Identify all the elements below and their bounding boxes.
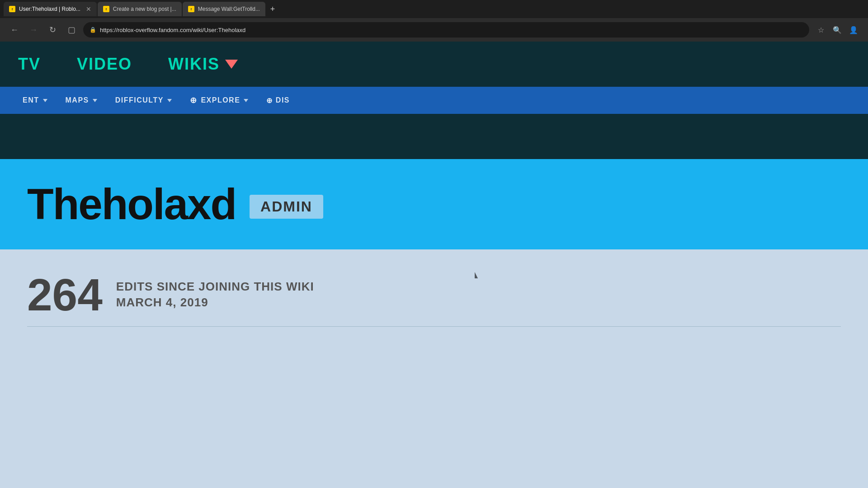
forward-button[interactable]: → — [26, 23, 41, 37]
tab-1-close[interactable]: ✕ — [86, 5, 91, 13]
stats-join-date: MARCH 4, 2019 — [116, 296, 314, 310]
nav-item-video[interactable]: VIDEO — [77, 55, 132, 74]
page-content: TV VIDEO WIKIS ENT MAPS DIFFICULTY — [0, 42, 868, 488]
tab-1[interactable]: f User:Theholaxd | Roblo... ✕ — [4, 2, 97, 16]
user-profile-header: Theholaxd ADMIN — [0, 159, 868, 249]
wiki-nav-explore-label: EXPLORE — [201, 96, 240, 104]
address-input-container[interactable]: 🔒 https://roblox-overflow.fandom.com/wik… — [83, 22, 809, 38]
explore-dropdown-arrow — [244, 99, 248, 102]
wiki-nav-ent[interactable]: ENT — [14, 87, 57, 114]
wiki-nav-explore[interactable]: ⊕ EXPLORE — [181, 87, 257, 114]
user-profile-name: Theholaxd — [27, 183, 236, 226]
wiki-nav-difficulty[interactable]: DIFFICULTY — [106, 87, 181, 114]
reload-button[interactable]: ↻ — [45, 23, 60, 37]
back-button[interactable]: ← — [7, 23, 22, 37]
stats-text: EDITS SINCE JOINING THIS WIKI MARCH 4, 2… — [116, 280, 314, 310]
tab-bar: f User:Theholaxd | Roblo... ✕ f Create a… — [0, 0, 868, 18]
nav-item-wikis[interactable]: WIKIS — [168, 55, 238, 74]
stats-divider — [27, 326, 841, 327]
wiki-nav-difficulty-label: DIFFICULTY — [115, 96, 164, 104]
tab-2-label: Create a new blog post |... — [113, 6, 176, 12]
lock-icon: 🔒 — [90, 27, 96, 33]
toolbar-right: ☆ 🔍 👤 — [814, 23, 861, 37]
tab-1-label: User:Theholaxd | Roblo... — [19, 6, 80, 12]
browser-frame: f User:Theholaxd | Roblo... ✕ f Create a… — [0, 0, 868, 42]
wiki-nav-disc-label: DIS — [276, 96, 290, 104]
tab-3-label: Message Wall:GetTrolld... — [198, 6, 260, 12]
profile-button[interactable]: 👤 — [846, 23, 861, 37]
address-bar: ← → ↻ ▢ 🔒 https://roblox-overflow.fandom… — [0, 18, 868, 42]
tab-3-favicon: f — [188, 6, 194, 12]
tab-2[interactable]: f Create a new blog post |... — [98, 2, 182, 16]
stats-edits-label: EDITS SINCE JOINING THIS WIKI — [116, 280, 314, 294]
tab-2-favicon: f — [103, 6, 109, 12]
difficulty-dropdown-arrow — [167, 99, 172, 102]
disc-icon: ⊕ — [266, 96, 273, 105]
user-stats-section: 264 EDITS SINCE JOINING THIS WIKI MARCH … — [0, 249, 868, 349]
fandom-top-nav: TV VIDEO WIKIS ENT MAPS DIFFICULTY — [0, 42, 868, 159]
wiki-nav-maps[interactable]: MAPS — [57, 87, 106, 114]
stats-edit-count: 264 — [27, 272, 103, 317]
wikis-dropdown-arrow — [225, 60, 238, 69]
explore-icon: ⊕ — [190, 95, 198, 105]
wiki-nav-ent-label: ENT — [23, 96, 39, 104]
admin-badge: ADMIN — [250, 195, 323, 219]
wiki-nav-disc[interactable]: ⊕ DIS — [257, 87, 299, 114]
wiki-sub-nav: ENT MAPS DIFFICULTY ⊕ EXPLORE ⊕ DIS — [0, 87, 868, 114]
maps-dropdown-arrow — [93, 99, 97, 102]
bookmark-star-button[interactable]: ☆ — [814, 23, 828, 37]
stats-row: 264 EDITS SINCE JOINING THIS WIKI MARCH … — [27, 272, 841, 317]
new-tab-button[interactable]: + — [266, 3, 279, 15]
address-text: https://roblox-overflow.fandom.com/wiki/… — [100, 27, 803, 33]
tab-1-favicon: f — [9, 6, 15, 12]
fandom-global-nav: TV VIDEO WIKIS — [0, 42, 868, 87]
ent-dropdown-arrow — [43, 99, 47, 102]
wiki-nav-maps-label: MAPS — [66, 96, 89, 104]
tab-3[interactable]: f Message Wall:GetTrolld... — [183, 2, 265, 16]
search-button[interactable]: 🔍 — [830, 23, 844, 37]
nav-item-tv[interactable]: TV — [18, 55, 41, 74]
home-button[interactable]: ▢ — [64, 23, 79, 37]
